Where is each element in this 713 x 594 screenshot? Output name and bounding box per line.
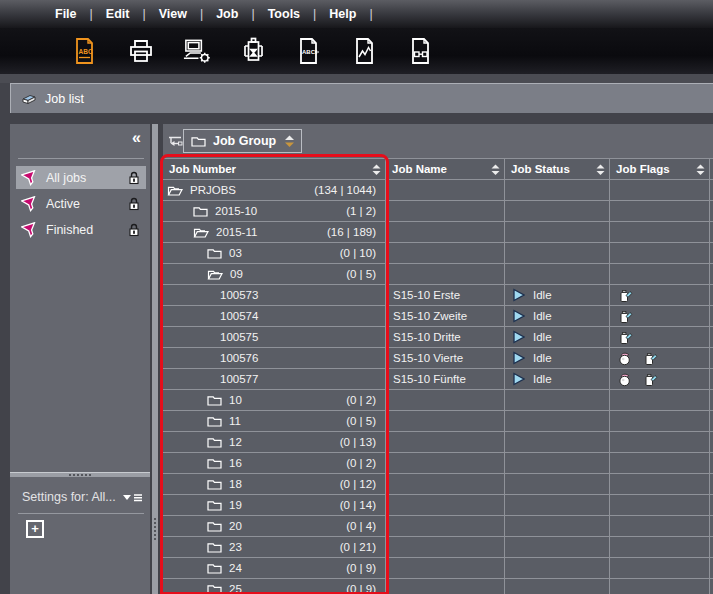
group-count: (0 | 5) (346, 415, 385, 427)
svg-text:ABC: ABC (79, 48, 93, 55)
folder-closed-icon[interactable] (207, 394, 222, 406)
sidebar-filter-active[interactable]: Active (16, 192, 146, 215)
menu-item-file[interactable]: File (42, 7, 90, 21)
job-group-row[interactable]: 2015-11(16 | 189) (163, 222, 713, 243)
sort-icon (696, 164, 705, 176)
folder-open-icon[interactable] (207, 268, 223, 280)
folder-closed-icon[interactable] (207, 499, 222, 511)
report-document-icon[interactable] (350, 35, 380, 67)
folder-closed-icon[interactable] (207, 478, 222, 490)
job-number-cell: 16(0 | 2) (163, 453, 386, 473)
job-status-cell (505, 537, 610, 557)
job-name: S15-10 Erste (393, 289, 460, 301)
job-status-cell (505, 411, 610, 431)
job-flags-cell (610, 180, 710, 200)
job-group-selector[interactable]: Job Group (183, 129, 302, 153)
vertical-splitter[interactable] (152, 124, 158, 594)
job-flags-cell (610, 201, 710, 221)
folder-closed-icon[interactable] (207, 520, 222, 532)
column-header-job-flags[interactable]: Job Flags (610, 159, 710, 179)
job-group-row[interactable]: 23(0 | 21) (163, 537, 713, 558)
folder-closed-icon[interactable] (207, 247, 222, 259)
job-name-cell (386, 495, 505, 515)
lock-icon[interactable] (127, 196, 141, 211)
sidebar-filter-all-jobs[interactable]: All jobs (16, 166, 146, 189)
job-group-row[interactable]: 09(0 | 5) (163, 264, 713, 285)
svg-text:ABC: ABC (302, 49, 316, 55)
settings-dropdown-button[interactable] (122, 492, 144, 503)
linked-document-icon[interactable] (406, 35, 436, 67)
group-spinner-icon[interactable] (285, 135, 294, 148)
job-status-cell (505, 474, 610, 494)
folder-open-icon[interactable] (167, 184, 183, 196)
job-name-cell: S15-10 Vierte (386, 348, 505, 368)
group-count: (0 | 2) (346, 394, 385, 406)
job-number-cell: 100575 (163, 327, 386, 347)
job-flags-cell (610, 285, 710, 305)
job-group-row[interactable]: 24(0 | 9) (163, 558, 713, 579)
document-import-icon[interactable]: ABC (294, 35, 324, 67)
output-device-icon[interactable] (238, 35, 268, 67)
job-list-icon[interactable]: ABC (70, 35, 100, 67)
workstation-settings-icon[interactable] (182, 35, 212, 67)
job-list-icon-small (21, 92, 37, 105)
job-status-cell (505, 516, 610, 536)
job-name-cell (386, 390, 505, 410)
menu-item-view[interactable]: View (146, 7, 200, 21)
add-filter-button[interactable]: + (26, 520, 44, 538)
job-status-cell (505, 180, 610, 200)
folder-closed-icon[interactable] (207, 541, 222, 553)
settings-row: Settings for: All... (22, 490, 144, 504)
job-group-row[interactable]: 19(0 | 14) (163, 495, 713, 516)
job-flags-cell (610, 558, 710, 578)
job-group-row[interactable]: 20(0 | 4) (163, 516, 713, 537)
job-row[interactable]: 100574S15-10 ZweiteIdle (163, 306, 713, 327)
job-group-row[interactable]: 11(0 | 5) (163, 411, 713, 432)
menu-item-tools[interactable]: Tools (255, 7, 313, 21)
job-name: S15-10 Fünfte (393, 373, 466, 385)
job-group-row[interactable]: 25(0 | 9) (163, 579, 713, 594)
job-group-row[interactable]: 10(0 | 2) (163, 390, 713, 411)
lock-icon[interactable] (127, 222, 141, 237)
sidebar-collapse-button[interactable]: « (132, 130, 141, 146)
sidebar-filter-finished[interactable]: Finished (16, 218, 146, 241)
filter-sidebar: « All jobsActiveFinished Settings for: A… (10, 124, 150, 594)
menu-item-edit[interactable]: Edit (93, 7, 143, 21)
sidebar-horizontal-splitter[interactable] (10, 472, 150, 477)
folder-closed-icon[interactable] (193, 205, 208, 217)
printer-icon[interactable] (126, 35, 156, 67)
folder-open-icon[interactable] (193, 226, 209, 238)
job-status-cell (505, 432, 610, 452)
group-count: (16 | 189) (327, 226, 385, 238)
column-header-job-status[interactable]: Job Status (505, 159, 610, 179)
job-group-row[interactable]: 2015-10(1 | 2) (163, 201, 713, 222)
folder-closed-icon[interactable] (207, 562, 222, 574)
folder-closed-icon[interactable] (207, 457, 222, 469)
job-name-cell (386, 411, 505, 431)
collapse-tree-icon[interactable] (167, 135, 183, 147)
job-group-row[interactable]: 03(0 | 10) (163, 243, 713, 264)
folder-closed-icon[interactable] (207, 415, 222, 427)
job-status: Idle (533, 352, 552, 364)
column-header-job-number[interactable]: Job Number (163, 159, 386, 179)
column-header-job-name[interactable]: Job Name (386, 159, 505, 179)
play-icon (512, 288, 525, 302)
job-group-row[interactable]: 18(0 | 12) (163, 474, 713, 495)
job-status-cell (505, 579, 610, 594)
panel-title-bar: Job list (10, 83, 713, 113)
job-group-row[interactable]: 12(0 | 13) (163, 432, 713, 453)
folder-closed-icon[interactable] (207, 583, 222, 594)
menu-item-help[interactable]: Help (316, 7, 369, 21)
lock-icon[interactable] (127, 170, 141, 185)
job-group-row[interactable]: PRJOBS(134 | 1044) (163, 180, 713, 201)
job-row[interactable]: 100577S15-10 FünfteIdle (163, 369, 713, 390)
sort-icon (372, 164, 381, 176)
job-row[interactable]: 100575S15-10 DritteIdle (163, 327, 713, 348)
folder-closed-icon[interactable] (207, 436, 222, 448)
job-row[interactable]: 100576S15-10 VierteIdle (163, 348, 713, 369)
note-flag-icon (642, 371, 659, 387)
menu-item-job[interactable]: Job (203, 7, 251, 21)
group-label: 25 (229, 583, 242, 594)
job-row[interactable]: 100573S15-10 ErsteIdle (163, 285, 713, 306)
job-group-row[interactable]: 16(0 | 2) (163, 453, 713, 474)
